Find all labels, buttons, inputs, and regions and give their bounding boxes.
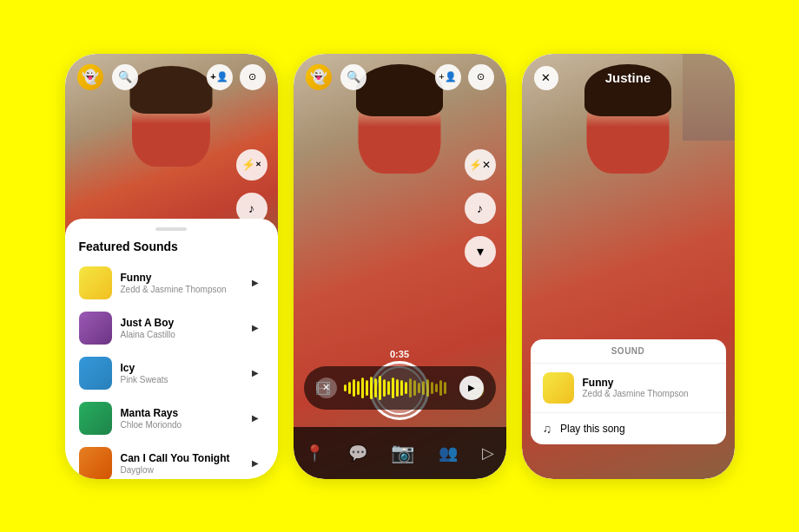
sound-thumb-manta xyxy=(79,402,112,435)
search-icon-1[interactable]: 🔍 xyxy=(112,64,138,90)
sound-name-boy: Just A Boy xyxy=(121,317,238,329)
flash-icon-1[interactable]: ⚡✕ xyxy=(236,149,267,181)
search-icon-2[interactable]: 🔍 xyxy=(340,64,366,90)
sound-artist-boy: Alaina Castillo xyxy=(121,330,238,339)
add-friend-icon-1[interactable]: +👤 xyxy=(207,64,233,90)
avatar-icon-2[interactable]: 👻 xyxy=(306,64,332,90)
popup-sound-label: SOUND xyxy=(531,339,726,364)
sound-artist-icy: Pink Sweats xyxy=(121,375,238,384)
chat-title: Justine xyxy=(605,70,651,85)
sound-popup: SOUND Funny Zedd & Jasmine Thompson ♫ Pl… xyxy=(531,339,726,444)
sound-artist-manta: Chloe Moriondo xyxy=(121,420,238,430)
nav-friends-icon[interactable]: 👥 xyxy=(439,443,458,463)
sound-item-manta[interactable]: Manta Rays Chloe Moriondo ▶ xyxy=(65,396,278,441)
phones-container: 👻 🔍 +👤 ⊙ ⚡✕ ♪ ▾ Featured Sounds xyxy=(65,54,735,479)
time-label: 0:35 xyxy=(390,349,409,359)
sound-thumb-boy xyxy=(79,312,112,345)
chat-header: ✕ Justine xyxy=(522,54,735,102)
sound-thumb-icy xyxy=(79,357,112,390)
popup-play-text: Play this song xyxy=(560,423,625,435)
audio-bar: 0:35 ✕ xyxy=(294,366,506,410)
sound-artist-funny: Zedd & Jasmine Thompson xyxy=(121,285,238,294)
sounds-panel: Featured Sounds Funny Zedd & Jasmine Tho… xyxy=(65,219,278,479)
popup-song-item: Funny Zedd & Jasmine Thompson xyxy=(531,364,726,413)
panel-handle xyxy=(155,227,187,231)
camera-flip-icon-1[interactable]: ⊙ xyxy=(240,64,266,90)
sound-info-funny: Funny Zedd & Jasmine Thompson xyxy=(121,272,238,294)
sound-info-manta: Manta Rays Chloe Moriondo xyxy=(121,407,238,430)
sound-item-boy[interactable]: Just A Boy Alaina Castillo ▶ xyxy=(65,305,278,351)
top-bar-2: 👻 🔍 +👤 ⊙ xyxy=(294,64,506,90)
nav-bar-2: 📍 💬 📷 👥 ▷ xyxy=(294,427,506,479)
play-btn-icy[interactable]: ▶ xyxy=(247,365,264,382)
nav-chat-icon[interactable]: 💬 xyxy=(348,443,367,463)
nav-camera-icon[interactable]: 📷 xyxy=(391,442,414,464)
sound-thumb-can xyxy=(79,447,112,479)
sound-name-icy: Icy xyxy=(121,362,238,374)
sound-info-icy: Icy Pink Sweats xyxy=(121,362,238,384)
popup-play-row[interactable]: ♫ Play this song xyxy=(531,413,726,444)
sound-name-can: Can I Call You Tonight xyxy=(121,452,238,464)
phone-3: ✕ Justine 📷 Reply to Justine 🎤 😊 🗂 SOUND xyxy=(522,54,735,479)
play-btn-funny[interactable]: ▶ xyxy=(247,274,264,292)
popup-song-info: Funny Zedd & Jasmine Thompson xyxy=(583,377,714,398)
music-icon-2[interactable]: ♪ xyxy=(465,193,496,224)
music-note-popup-icon: ♫ xyxy=(543,422,552,436)
chevron-down-icon-2[interactable]: ▾ xyxy=(465,236,496,267)
top-bar-1: 👻 🔍 +👤 ⊙ xyxy=(65,64,278,90)
sound-thumb-funny xyxy=(79,266,112,299)
waveform xyxy=(344,375,452,401)
sound-name-funny: Funny xyxy=(121,272,238,284)
sound-info-boy: Just A Boy Alaina Castillo xyxy=(121,317,238,339)
sound-artist-can: Dayglow xyxy=(121,465,238,475)
popup-song-thumb xyxy=(543,372,574,404)
sound-item-can[interactable]: Can I Call You Tonight Dayglow ▶ xyxy=(65,441,278,479)
play-btn-boy[interactable]: ▶ xyxy=(247,319,264,337)
camera-flip-icon-2[interactable]: ⊙ xyxy=(468,64,494,90)
play-btn-manta[interactable]: ▶ xyxy=(247,410,264,427)
popup-song-name: Funny xyxy=(583,377,714,389)
nav-stories-icon[interactable]: ▷ xyxy=(482,443,494,463)
close-btn-waveform[interactable]: ✕ xyxy=(316,378,337,398)
panel-title: Featured Sounds xyxy=(65,240,278,260)
phone-2: 👻 🔍 +👤 ⊙ ⚡✕ ♪ ▾ 0:35 ✕ xyxy=(294,54,506,479)
play-waveform-btn[interactable]: ▶ xyxy=(459,376,484,400)
sound-name-manta: Manta Rays xyxy=(121,407,238,419)
close-chat-btn[interactable]: ✕ xyxy=(534,66,558,90)
play-btn-can[interactable]: ▶ xyxy=(247,455,264,472)
sound-item-icy[interactable]: Icy Pink Sweats ▶ xyxy=(65,351,278,396)
phone-1: 👻 🔍 +👤 ⊙ ⚡✕ ♪ ▾ Featured Sounds xyxy=(65,54,278,479)
sound-item-funny[interactable]: Funny Zedd & Jasmine Thompson ▶ xyxy=(65,260,278,305)
nav-map-icon[interactable]: 📍 xyxy=(305,443,324,463)
right-icons-2: ⚡✕ ♪ ▾ xyxy=(465,149,496,267)
add-friend-icon-2[interactable]: +👤 xyxy=(435,64,461,90)
waveform-container: ✕ xyxy=(304,366,496,410)
flash-icon-2[interactable]: ⚡✕ xyxy=(465,149,496,181)
avatar-icon-1[interactable]: 👻 xyxy=(77,64,103,90)
sound-info-can: Can I Call You Tonight Dayglow xyxy=(121,452,238,475)
popup-song-artist: Zedd & Jasmine Thompson xyxy=(583,389,714,398)
